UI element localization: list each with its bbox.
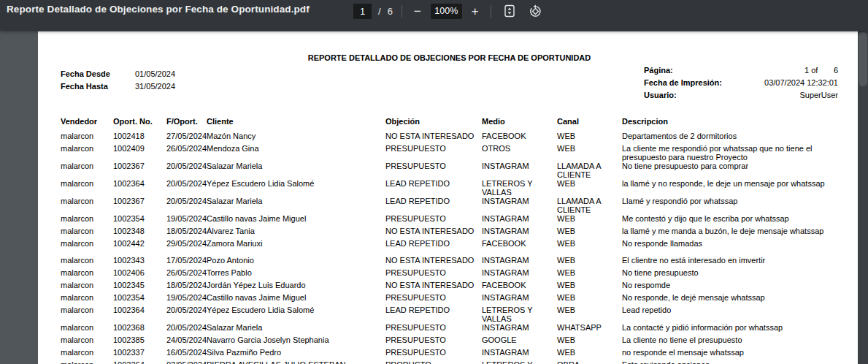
- cell-foport: 20/05/2024: [166, 323, 207, 332]
- cell-foport: 20/05/2024: [166, 162, 207, 170]
- cell-medio: INSTAGRAM: [482, 197, 557, 205]
- cell-objecion: NO ESTA INTERESADO: [385, 256, 482, 265]
- cell-foport: 20/05/2024: [166, 179, 207, 188]
- cell-canal: WEB: [557, 335, 622, 344]
- cell-oport: 1002364: [113, 306, 166, 314]
- table-row: malarcon100235419/05/2024Castillo navas …: [61, 293, 838, 306]
- fecha-desde-value: 01/05/2024: [135, 69, 175, 78]
- cell-objecion: LEAD REPETIDO: [385, 197, 482, 205]
- cell-vendedor: malarcon: [61, 239, 113, 248]
- cell-foport: 26/05/2024: [166, 268, 207, 277]
- cell-canal: WHATSAPP: [557, 323, 622, 332]
- cell-cliente: Yépez Escudero Lidia Salomé: [207, 306, 385, 314]
- cell-cliente: Pozo Antonio: [207, 256, 385, 265]
- report-title: REPORTE DETALLADO DE OBJECIONES POR FECH…: [61, 53, 838, 62]
- cell-foport: 18/05/2024: [166, 227, 207, 235]
- fecha-hasta-value: 31/05/2024: [135, 82, 175, 91]
- cell-descripcion: Me contestó y dijo que le escriba por wh…: [622, 214, 838, 223]
- cell-descripcion: la llamé y me manda a buzón, le deje men…: [622, 227, 838, 235]
- column-header-cliente: Cliente: [207, 117, 385, 126]
- cell-descripcion: No tiene presupuesto: [622, 268, 838, 277]
- scrollbar-thumb[interactable]: [859, 32, 867, 86]
- cell-canal: OBRA: [557, 360, 622, 364]
- cell-foport: 29/05/2024: [166, 239, 207, 248]
- cell-cliente: Torres Pablo: [207, 268, 385, 277]
- pagina-label: Página:: [644, 66, 673, 75]
- cell-oport: 1002442: [113, 239, 166, 248]
- cell-medio: LETREROS Y VALLAS: [482, 306, 557, 323]
- cell-vendedor: malarcon: [61, 256, 113, 265]
- cell-canal: WEB: [557, 268, 622, 277]
- cell-vendedor: malarcon: [61, 268, 113, 277]
- cell-medio: GOOGLE: [482, 335, 557, 344]
- table-row: malarcon100234518/05/2024Jordán Yépez Lu…: [61, 281, 838, 293]
- cell-vendedor: malarcon: [61, 281, 113, 289]
- cell-oport: 1002343: [113, 256, 166, 265]
- cell-descripcion: no responde el mensaje whatssap: [622, 348, 838, 357]
- usuario-value: SuperUser: [799, 91, 838, 99]
- cell-foport: 19/05/2024: [166, 293, 207, 302]
- column-header-objecion: Objeción: [385, 117, 482, 126]
- cell-descripcion: No responde, le dejé mensaje whatssap: [622, 293, 838, 302]
- cell-descripcion: La cliente me respondió por whatssap que…: [622, 144, 838, 162]
- cell-vendedor: malarcon: [61, 214, 113, 223]
- cell-canal: WEB: [557, 293, 622, 302]
- table-row: malarcon100226402/05/2024PIEDRA AVECILLA…: [61, 360, 838, 364]
- cell-objecion: NO ESTA INTERESADO: [385, 227, 482, 235]
- cell-cliente: Castillo navas Jaime Miguel: [207, 214, 385, 223]
- cell-objecion: PRESUPUESTO: [385, 293, 482, 302]
- cell-canal: LLAMADA A CLIENTE: [557, 162, 622, 179]
- fecha-impresion-value: 03/07/2024 12:32:01: [764, 78, 838, 87]
- cell-medio: INSTAGRAM: [482, 162, 557, 170]
- column-header-canal: Canal: [557, 117, 622, 126]
- cell-vendedor: malarcon: [61, 348, 113, 357]
- table-row: malarcon100234317/05/2024Pozo AntonioNO …: [61, 256, 838, 268]
- page-total: 6: [388, 6, 393, 17]
- table-row: malarcon100236720/05/2024Salazar Mariela…: [61, 197, 838, 214]
- cell-cliente: Álvarez Tania: [207, 227, 385, 235]
- zoom-in-button[interactable]: +: [469, 4, 482, 19]
- pdf-file-title: Reporte Detallado de Objeciones por Fech…: [7, 4, 310, 15]
- cell-foport: 17/05/2024: [166, 256, 207, 265]
- cell-cliente: Mendoza Gina: [207, 144, 385, 153]
- cell-oport: 1002264: [113, 360, 166, 364]
- cell-foport: 19/05/2024: [166, 214, 207, 223]
- vertical-scrollbar[interactable]: [858, 31, 868, 364]
- cell-canal: WEB: [557, 348, 622, 357]
- cell-descripcion: Esta revisando opciones: [622, 360, 838, 364]
- cell-cliente: Jordán Yépez Luis Eduardo: [207, 281, 385, 289]
- pagina-value: 1 of: [804, 66, 818, 75]
- cell-canal: WEB: [557, 227, 622, 235]
- cell-medio: LETREROS Y VALLAS: [482, 360, 557, 364]
- zoom-level-input[interactable]: 100%: [431, 4, 462, 19]
- cell-vendedor: malarcon: [61, 144, 113, 153]
- report-header: Fecha Desde 01/05/2024 Fecha Hasta 31/05…: [61, 69, 838, 112]
- cell-vendedor: malarcon: [61, 227, 113, 235]
- toolbar-divider: [491, 5, 491, 18]
- cell-descripcion: El clientre no está interesado en imvert…: [622, 256, 838, 265]
- cell-foport: 20/05/2024: [166, 197, 207, 205]
- column-header-medio: Medio: [482, 117, 557, 126]
- cell-vendedor: malarcon: [61, 306, 113, 314]
- cell-canal: WEB: [557, 306, 622, 314]
- table-row: malarcon100240926/05/2024Mendoza GinaPRE…: [61, 144, 838, 162]
- cell-objecion: LEAD REPETIDO: [385, 179, 482, 188]
- zoom-out-button[interactable]: −: [411, 4, 424, 19]
- cell-oport: 1002345: [113, 281, 166, 289]
- cell-foport: 26/05/2024: [166, 144, 207, 153]
- pdf-viewer-area: REPORTE DETALLADO DE OBJECIONES POR FECH…: [0, 31, 868, 364]
- cell-vendedor: malarcon: [61, 162, 113, 170]
- cell-foport: 18/05/2024: [166, 281, 207, 289]
- fit-to-page-button[interactable]: [500, 3, 519, 19]
- table-row: malarcon100244229/05/2024Zamora MariuxiL…: [61, 239, 838, 251]
- fecha-impresion-label: Fecha de Impresión:: [644, 78, 722, 87]
- cell-canal: WEB: [557, 256, 622, 265]
- cell-canal: WEB: [557, 132, 622, 140]
- cell-canal: LLAMADA A CLIENTE: [557, 197, 622, 214]
- page-number-input[interactable]: 1: [353, 4, 372, 19]
- cell-oport: 1002348: [113, 227, 166, 235]
- table-row: malarcon100238524/05/2024Navarro Garcia …: [61, 335, 838, 348]
- cell-canal: WEB: [557, 281, 622, 289]
- rotate-button[interactable]: [526, 3, 545, 20]
- print-info-block: Página: 1 of 6 Fecha de Impresión: 03/07…: [644, 66, 838, 103]
